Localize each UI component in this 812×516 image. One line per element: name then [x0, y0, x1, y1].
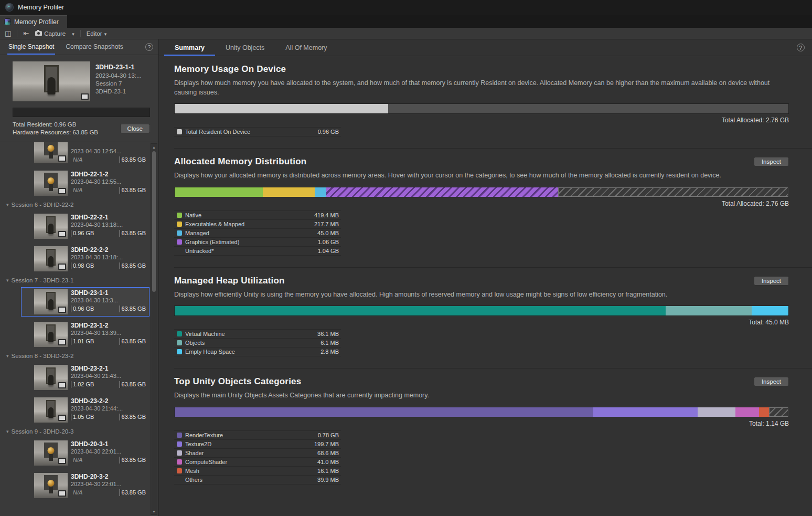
legend-row-mesh[interactable]: Mesh16.1 MB: [174, 467, 341, 476]
bar-segment-rendertexture[interactable]: [175, 407, 593, 417]
bar-segment-texture2d[interactable]: [593, 407, 698, 417]
window-tab-label: Memory Profiler: [14, 18, 59, 26]
legend-value: 16.1 MB: [317, 468, 339, 474]
session-header-session-9-3dhd-20-3[interactable]: Session 9 - 3DHD-20-3: [0, 428, 158, 435]
help-icon[interactable]: [145, 43, 153, 51]
memory-profiler-window: Memory Profiler Memory Profiler Capture …: [0, 0, 812, 516]
snapshot-thumbnail: [34, 397, 68, 423]
snapshot-date: 2023-04-30 13:39...: [71, 330, 146, 336]
sidebar-scrollbar[interactable]: [151, 143, 157, 515]
legend-label: Untracked*: [185, 248, 213, 254]
section-allocated-memory-distribution: Allocated Memory DistributionInspectDisp…: [174, 148, 812, 267]
close-snapshot-button[interactable]: Close: [120, 124, 150, 133]
legend-swatch-empty: [177, 248, 182, 254]
bar-segment-others[interactable]: [769, 407, 788, 417]
snapshot-item-3dhd-23-1-1[interactable]: 3DHD-23-1-12023-04-30 13:3...0.96 GB63.8…: [21, 287, 149, 317]
snapshot-item-3dhd-22-2-2[interactable]: 3DHD-22-2-22023-04-30 13:18:...0.98 GB63…: [21, 244, 149, 273]
bar-segment-virtual-machine[interactable]: [175, 306, 666, 315]
snapshot-name: 3DHD-23-2-1: [71, 365, 146, 372]
bar-segment-shader[interactable]: [698, 407, 736, 417]
capture-button[interactable]: Capture: [33, 29, 68, 38]
main-tab-unity-objects[interactable]: Unity Objects: [215, 39, 275, 56]
main-tab-all-of-memory[interactable]: All Of Memory: [275, 39, 337, 56]
snapshot-name: 3DHD-22-1-2: [71, 171, 146, 178]
legend-swatch: [177, 213, 182, 218]
legend-row-native[interactable]: Native419.4 MB: [174, 211, 341, 220]
legend-row-managed[interactable]: Managed45.0 MB: [174, 229, 341, 238]
legend-row-empty-heap-space[interactable]: Empty Heap Space2.8 MB: [174, 347, 341, 356]
snapshot-resident-value: 0.98 GB: [71, 262, 94, 269]
bar-segment-executables-mapped[interactable]: [263, 187, 314, 197]
bar-segment-graphics-estimated[interactable]: [326, 187, 558, 197]
open-snapshot-product: 3DHD-23-1: [95, 88, 142, 94]
snapshot-item-3dhd-23-2-2[interactable]: 3DHD-23-2-22023-04-30 21:44:...1.05 GB63…: [21, 395, 149, 425]
session-label: Session 8 - 3DHD-23-2: [12, 353, 74, 359]
legend-value: 217.7 MB: [314, 221, 339, 227]
snapshot-item-3dhd-23-1-2[interactable]: 3DHD-23-1-22023-04-30 13:39...1.01 GB63.…: [21, 320, 149, 349]
snapshot-item[interactable]: 2023-04-30 12:54...N/A63.85 GB: [21, 142, 149, 165]
bar-segment-mesh[interactable]: [759, 407, 769, 417]
window-tab-memory-profiler[interactable]: Memory Profiler: [0, 15, 67, 28]
inspect-button-managed-heap-utilization[interactable]: Inspect: [754, 276, 789, 286]
snapshot-item-3dhd-23-2-1[interactable]: 3DHD-23-2-12023-04-30 21:43...1.02 GB63.…: [21, 363, 149, 392]
sidebar-tab-single-snapshot[interactable]: Single Snapshot: [7, 39, 55, 55]
legend-row-virtual-machine[interactable]: Virtual Machine36.1 MB: [174, 330, 341, 339]
editor-target-dropdown[interactable]: Editor: [84, 29, 110, 38]
inspect-button-top-unity-objects-categories[interactable]: Inspect: [754, 377, 789, 386]
legend-label: Total Resident On Device: [185, 129, 250, 135]
scrollbar-thumb[interactable]: [152, 151, 156, 292]
legend-row-executables-mapped[interactable]: Executables & Mapped217.7 MB: [174, 220, 341, 229]
panel-icon: [5, 30, 11, 37]
bar-segment-native[interactable]: [175, 187, 263, 197]
inspect-button-allocated-memory-distribution[interactable]: Inspect: [754, 157, 789, 166]
legend-row-objects[interactable]: Objects6.1 MB: [174, 339, 341, 347]
snapshot-item-3dhd-22-2-1[interactable]: 3DHD-22-2-12023-04-30 13:18:...0.96 GB63…: [21, 212, 149, 241]
help-icon[interactable]: [797, 44, 805, 51]
snapshot-resident-value: 1.05 GB: [71, 414, 94, 420]
memory-bar-allocated-memory-distribution: [174, 187, 789, 197]
bar-segment-allocated-remainder[interactable]: [388, 104, 788, 113]
snapshot-item-3dhd-22-1-2[interactable]: 3DHD-22-1-22023-04-30 12:55...N/A63.85 G…: [21, 169, 149, 198]
session-label: Session 6 - 3DHD-22-2: [12, 202, 74, 208]
legend-label: Virtual Machine: [185, 331, 225, 337]
session-header-session-6-3dhd-22-2[interactable]: Session 6 - 3DHD-22-2: [0, 201, 158, 208]
scroll-down-arrow-icon[interactable]: [151, 508, 157, 514]
details-panel-toggle-button[interactable]: [2, 29, 14, 38]
legend-swatch: [177, 230, 182, 236]
legend-row-untracked[interactable]: Untracked*1.04 GB: [174, 247, 341, 256]
session-header-session-7-3dhd-23-1[interactable]: Session 7 - 3DHD-23-1: [0, 277, 158, 284]
bar-segment-empty-heap-space[interactable]: [752, 306, 788, 315]
legend-value: 6.1 MB: [320, 340, 339, 346]
snapshot-item-3dhd-20-3-2[interactable]: 3DHD-20-3-22023-04-30 22:01...N/A63.85 G…: [21, 471, 149, 500]
main-tab-summary[interactable]: Summary: [164, 39, 215, 56]
session-header-session-8-3dhd-23-2[interactable]: Session 8 - 3DHD-23-2: [0, 352, 158, 360]
sidebar-tab-compare-snapshots[interactable]: Compare Snapshots: [65, 39, 124, 55]
main-tabs: SummaryUnity ObjectsAll Of Memory: [164, 39, 338, 56]
legend-row-texture2d[interactable]: Texture2D199.7 MB: [174, 440, 341, 449]
import-snapshot-button[interactable]: [20, 29, 31, 38]
legend-row-graphics-estimated[interactable]: Graphics (Estimated)1.06 GB: [174, 238, 341, 247]
thumbnail-figure: [48, 407, 54, 418]
legend-row-computeshader[interactable]: ComputeShader41.0 MB: [174, 458, 341, 467]
snapshot-hardware-value: 63.85 GB: [120, 262, 146, 269]
bar-segment-objects[interactable]: [666, 306, 752, 315]
main-tabs-row: SummaryUnity ObjectsAll Of Memory: [159, 39, 812, 56]
scroll-up-arrow-icon[interactable]: [151, 144, 157, 150]
legend-row-rendertexture[interactable]: RenderTexture0.78 GB: [174, 431, 341, 440]
legend-row-total-resident-on-device[interactable]: Total Resident On Device0.96 GB: [174, 128, 341, 136]
memory-bar-managed-heap-utilization: [174, 306, 789, 316]
snapshot-item-3dhd-20-3-1[interactable]: 3DHD-20-3-12023-04-30 22:01...N/A63.85 G…: [21, 438, 149, 468]
snapshot-hardware-value: 63.85 GB: [120, 306, 146, 312]
bar-segment-total-resident-on-device[interactable]: [175, 104, 388, 113]
capture-dropdown-button[interactable]: [69, 29, 77, 38]
bar-segment-computeshader[interactable]: [735, 407, 758, 417]
legend-label: Native: [185, 212, 201, 218]
legend: RenderTexture0.78 GBTexture2D199.7 MBSha…: [174, 430, 341, 485]
legend-label: Executables & Mapped: [185, 221, 244, 227]
legend-label: Graphics (Estimated): [185, 239, 239, 245]
bar-segment-untracked[interactable]: [558, 187, 788, 197]
bar-segment-managed[interactable]: [315, 187, 326, 197]
legend-row-shader[interactable]: Shader68.6 MB: [174, 449, 341, 458]
legend-value: 419.4 MB: [314, 212, 339, 218]
legend-row-others[interactable]: Others39.9 MB: [174, 476, 341, 485]
